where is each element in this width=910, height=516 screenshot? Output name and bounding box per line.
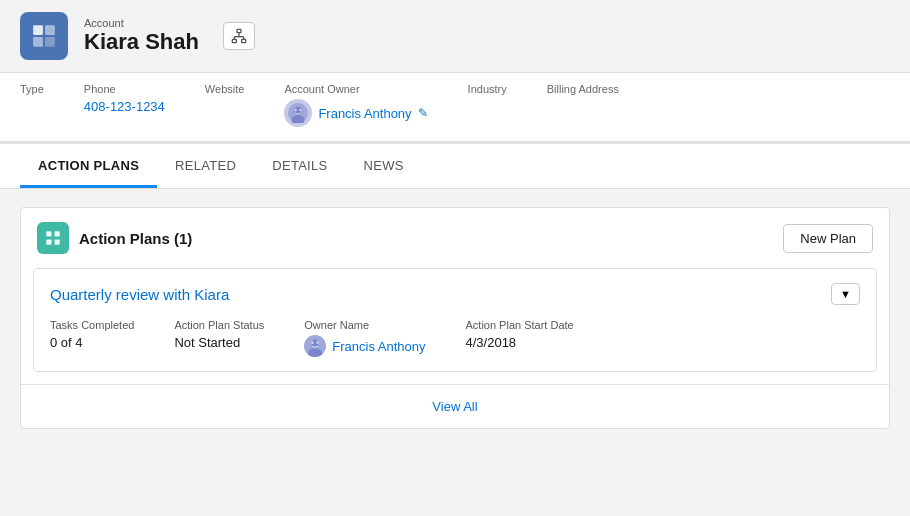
info-field-type: Type xyxy=(20,83,44,127)
svg-rect-1 xyxy=(45,25,55,35)
action-plans-card: Action Plans (1) New Plan Quarterly revi… xyxy=(20,207,890,429)
phone-value[interactable]: 408-123-1234 xyxy=(84,99,165,114)
plan-status-label: Action Plan Status xyxy=(174,319,264,331)
plan-status-value: Not Started xyxy=(174,335,264,350)
svg-point-16 xyxy=(293,109,296,114)
plan-item: Quarterly review with Kiara ▼ Tasks Comp… xyxy=(33,268,877,372)
account-name: Kiara Shah xyxy=(84,29,199,55)
svg-rect-3 xyxy=(45,37,55,47)
card-title-row: Action Plans (1) xyxy=(37,222,192,254)
plan-fields: Tasks Completed 0 of 4 Action Plan Statu… xyxy=(50,319,860,357)
owner-avatar xyxy=(284,99,312,127)
plan-start-date-field: Action Plan Start Date 4/3/2018 xyxy=(465,319,573,357)
svg-point-17 xyxy=(301,109,304,114)
tasks-completed-label: Tasks Completed xyxy=(50,319,134,331)
card-header: Action Plans (1) New Plan xyxy=(21,208,889,268)
info-field-billing: Billing Address xyxy=(547,83,619,127)
owner-label: Account Owner xyxy=(284,83,427,95)
tab-action-plans[interactable]: ACTION PLANS xyxy=(20,144,157,188)
tab-related[interactable]: RELATED xyxy=(157,144,254,188)
svg-rect-20 xyxy=(46,240,51,245)
owner-row: Francis Anthony ✎ xyxy=(284,99,427,127)
svg-rect-6 xyxy=(242,39,246,42)
tasks-completed-field: Tasks Completed 0 of 4 xyxy=(50,319,134,357)
info-bar: Type Phone 408-123-1234 Website Account … xyxy=(0,73,910,144)
plan-owner-field: Owner Name xyxy=(304,319,425,357)
plan-status-field: Action Plan Status Not Started xyxy=(174,319,264,357)
tasks-completed-value: 0 of 4 xyxy=(50,335,134,350)
svg-rect-21 xyxy=(55,240,60,245)
main-content: Action Plans (1) New Plan Quarterly revi… xyxy=(0,189,910,447)
account-header: Account Kiara Shah xyxy=(0,0,910,73)
card-title: Action Plans (1) xyxy=(79,230,192,247)
owner-name[interactable]: Francis Anthony xyxy=(318,106,411,121)
info-field-owner: Account Owner Francis Anthony ✎ xyxy=(284,83,427,127)
plan-start-date-label: Action Plan Start Date xyxy=(465,319,573,331)
plan-owner-avatar xyxy=(304,335,326,357)
website-label: Website xyxy=(205,83,245,95)
svg-rect-4 xyxy=(237,29,241,32)
info-field-industry: Industry xyxy=(468,83,507,127)
phone-label: Phone xyxy=(84,83,165,95)
svg-rect-2 xyxy=(33,37,43,47)
billing-label: Billing Address xyxy=(547,83,619,95)
action-plans-icon xyxy=(37,222,69,254)
svg-rect-19 xyxy=(55,231,60,236)
industry-label: Industry xyxy=(468,83,507,95)
plan-owner-row: Francis Anthony xyxy=(304,335,425,357)
view-all-link[interactable]: View All xyxy=(432,399,477,414)
account-title-block: Account Kiara Shah xyxy=(84,17,199,55)
svg-point-28 xyxy=(318,341,321,347)
tab-news[interactable]: NEWS xyxy=(346,144,422,188)
plan-dropdown-button[interactable]: ▼ xyxy=(831,283,860,305)
svg-rect-5 xyxy=(232,39,236,42)
info-field-phone: Phone 408-123-1234 xyxy=(84,83,165,127)
plan-start-date-value: 4/3/2018 xyxy=(465,335,573,350)
plan-name[interactable]: Quarterly review with Kiara xyxy=(50,286,229,303)
type-label: Type xyxy=(20,83,44,95)
plan-owner-label: Owner Name xyxy=(304,319,425,331)
plan-item-header: Quarterly review with Kiara ▼ xyxy=(50,283,860,305)
svg-point-27 xyxy=(309,341,312,347)
account-icon xyxy=(20,12,68,60)
owner-edit-icon[interactable]: ✎ xyxy=(418,106,428,120)
tab-details[interactable]: DETAILS xyxy=(254,144,345,188)
svg-rect-0 xyxy=(33,25,43,35)
account-tree-button[interactable] xyxy=(223,22,255,50)
svg-rect-18 xyxy=(46,231,51,236)
tabs-bar: ACTION PLANS RELATED DETAILS NEWS xyxy=(0,144,910,189)
plan-owner-name[interactable]: Francis Anthony xyxy=(332,339,425,354)
info-field-website: Website xyxy=(205,83,245,127)
account-label: Account xyxy=(84,17,199,29)
new-plan-button[interactable]: New Plan xyxy=(783,224,873,253)
view-all-row: View All xyxy=(21,384,889,428)
